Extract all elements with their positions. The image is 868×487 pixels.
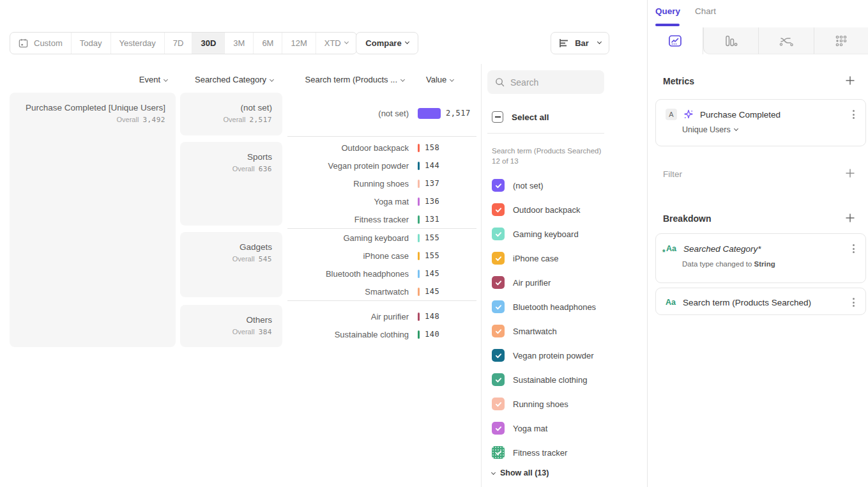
term-label: Bluetooth headphones bbox=[287, 269, 409, 279]
filter-item[interactable]: Bluetooth headphones bbox=[492, 299, 596, 314]
checkbox-checked bbox=[492, 252, 505, 265]
filter-item[interactable]: (not set) bbox=[492, 178, 544, 193]
table-row[interactable]: Fitness tracker 131 bbox=[287, 213, 479, 226]
table-row[interactable]: Gaming keyboard 155 bbox=[287, 231, 479, 244]
date-range-yesterday[interactable]: Yesterday bbox=[111, 33, 165, 54]
date-range-today[interactable]: Today bbox=[72, 33, 111, 54]
table-row[interactable]: Air purifier 148 bbox=[287, 310, 479, 323]
breakdown-card-searched-category[interactable]: Aa* Searched Category* Data type changed… bbox=[655, 233, 866, 283]
chevron-down-icon bbox=[597, 40, 602, 44]
value-label: 140 bbox=[425, 330, 439, 339]
category-cell-gadgets[interactable]: Gadgets Overall545 bbox=[180, 232, 282, 297]
add-filter-button[interactable] bbox=[845, 168, 855, 178]
string-property-icon: Aa* bbox=[666, 244, 677, 253]
table-row[interactable]: Outdoor backpack 158 bbox=[287, 141, 479, 154]
column-header-value[interactable]: Value bbox=[426, 75, 471, 84]
chart-type-dropdown[interactable]: Bar bbox=[551, 32, 609, 54]
value-bar bbox=[418, 234, 420, 242]
tab-flows[interactable] bbox=[758, 27, 814, 54]
date-range-30d[interactable]: 30D bbox=[192, 33, 225, 54]
horizontal-bar-chart-icon bbox=[559, 38, 570, 48]
date-range-7d[interactable]: 7D bbox=[165, 33, 193, 54]
select-all-checkbox[interactable]: Select all bbox=[492, 111, 549, 123]
column-header-category[interactable]: Searched Category bbox=[182, 75, 273, 84]
breakdown-card-search-term[interactable]: Aa Search term (Products Searched) bbox=[655, 288, 866, 315]
category-cell-sports[interactable]: Sports Overall636 bbox=[180, 142, 282, 226]
column-header-term[interactable]: Search term (Products ... bbox=[287, 75, 404, 84]
term-label: Running shoes bbox=[287, 179, 409, 189]
chevron-down-icon bbox=[400, 77, 405, 82]
term-label: iPhone case bbox=[287, 251, 409, 261]
filter-item[interactable]: Fitness tracker bbox=[492, 445, 567, 460]
table-row[interactable]: iPhone case 155 bbox=[287, 249, 479, 262]
filter-item[interactable]: Vegan protein powder bbox=[492, 348, 593, 363]
add-breakdown-button[interactable] bbox=[845, 213, 855, 223]
tab-query[interactable]: Query bbox=[655, 6, 680, 16]
tab-chart[interactable]: Chart bbox=[695, 6, 716, 16]
event-cell[interactable]: Purchase Completed [Unique Users] Overal… bbox=[10, 93, 176, 347]
value-label: 144 bbox=[425, 161, 439, 170]
table-row[interactable]: Smartwatch 145 bbox=[287, 285, 479, 298]
filter-item[interactable]: Smartwatch bbox=[492, 323, 557, 339]
date-range-custom[interactable]: Custom bbox=[10, 33, 72, 54]
show-all-button[interactable]: Show all (13) bbox=[492, 468, 549, 477]
compare-button[interactable]: Compare bbox=[356, 32, 418, 54]
value-bar bbox=[418, 108, 441, 119]
filter-item[interactable]: Air purifier bbox=[492, 275, 551, 290]
term-label: Fitness tracker bbox=[287, 215, 409, 224]
data-type-note: Data type changed to String bbox=[682, 260, 865, 276]
checkbox-checked bbox=[492, 422, 505, 435]
checkbox-checked bbox=[492, 325, 505, 337]
chevron-down-icon bbox=[270, 77, 274, 82]
table-row[interactable]: Sustainable clothing 140 bbox=[287, 328, 479, 341]
search-input[interactable] bbox=[510, 77, 593, 88]
event-overall: Overall3,492 bbox=[17, 116, 165, 124]
date-range-segmented-control: Custom Today Yesterday 7D 30D 3M 6M 12M … bbox=[10, 32, 357, 54]
date-range-12m[interactable]: 12M bbox=[282, 33, 316, 54]
category-cell-not-set[interactable]: (not set) Overall2,517 bbox=[180, 93, 282, 135]
filter-item[interactable]: Outdoor backpack bbox=[492, 202, 581, 217]
tab-retention[interactable] bbox=[814, 27, 868, 54]
checkbox-checked bbox=[492, 179, 505, 192]
checkbox-checked bbox=[492, 446, 505, 459]
value-bar bbox=[418, 215, 420, 224]
date-range-3m[interactable]: 3M bbox=[225, 33, 254, 54]
add-metric-button[interactable] bbox=[845, 75, 855, 86]
table-row[interactable]: (not set) 2,517 bbox=[287, 107, 479, 120]
term-label: Air purifier bbox=[287, 312, 409, 321]
table-row[interactable]: Vegan protein powder 144 bbox=[287, 159, 479, 172]
value-bar bbox=[418, 270, 420, 278]
table-row[interactable]: Running shoes 137 bbox=[287, 177, 479, 190]
term-label: Sustainable clothing bbox=[287, 330, 409, 339]
value-label: 145 bbox=[425, 269, 439, 278]
kebab-menu-icon[interactable] bbox=[851, 242, 857, 255]
date-range-6m[interactable]: 6M bbox=[254, 33, 282, 54]
metric-card[interactable]: A Purchase Completed Unique Users bbox=[655, 99, 866, 146]
tab-funnels[interactable] bbox=[703, 27, 759, 54]
term-label: Smartwatch bbox=[287, 287, 409, 297]
category-cell-others[interactable]: Others Overall384 bbox=[180, 305, 282, 347]
search-icon bbox=[495, 77, 505, 87]
value-label: 158 bbox=[425, 143, 439, 152]
table-row[interactable]: Bluetooth headphones 145 bbox=[287, 267, 479, 280]
filter-item[interactable]: iPhone case bbox=[492, 251, 559, 266]
breakdown-heading: Breakdown bbox=[663, 213, 711, 224]
filter-item[interactable]: Sustainable clothing bbox=[492, 372, 587, 387]
breakdown-property-name: Search term (Products Searched) bbox=[683, 298, 844, 307]
filter-item[interactable]: Yoga mat bbox=[492, 421, 547, 436]
kebab-menu-icon[interactable] bbox=[851, 108, 857, 121]
filter-item[interactable]: Running shoes bbox=[492, 396, 568, 412]
insights-line-chart-icon bbox=[668, 35, 682, 47]
column-header-event[interactable]: Event bbox=[77, 75, 167, 84]
filter-item[interactable]: Gaming keyboard bbox=[492, 226, 579, 242]
breakdown-property-name: Searched Category* bbox=[683, 244, 844, 254]
measure-dropdown[interactable]: Unique Users bbox=[682, 125, 865, 142]
term-label: Vegan protein powder bbox=[287, 161, 409, 171]
date-range-xtd[interactable]: XTD bbox=[316, 33, 356, 54]
kebab-menu-icon[interactable] bbox=[851, 296, 857, 309]
filter-divider bbox=[487, 133, 604, 134]
table-row[interactable]: Yoga mat 136 bbox=[287, 195, 479, 208]
tab-insights[interactable] bbox=[648, 27, 703, 54]
value-bar bbox=[418, 330, 420, 339]
filter-heading: Filter bbox=[663, 169, 682, 179]
